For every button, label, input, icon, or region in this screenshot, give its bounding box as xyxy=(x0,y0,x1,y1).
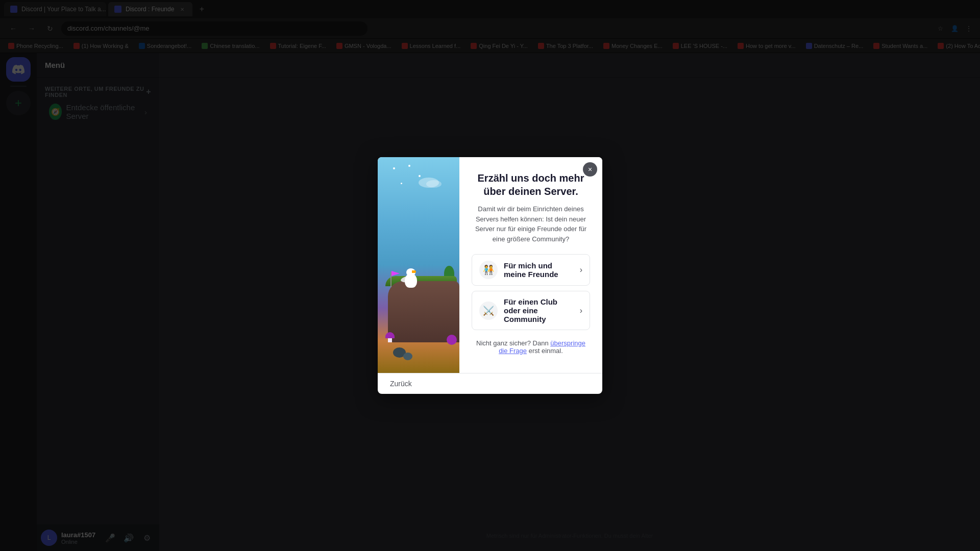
skip-prefix: Nicht ganz sicher? Dann xyxy=(476,339,550,347)
modal-content: Erzähl uns doch mehr über deinen Server.… xyxy=(459,157,602,373)
modal-footer: Zurück xyxy=(378,373,602,394)
modal-body: Erzähl uns doch mehr über deinen Server.… xyxy=(378,157,602,373)
community-option-label: Für einen Club oder eine Community xyxy=(504,297,574,323)
flag-pole xyxy=(390,272,391,287)
skip-suffix: erst einmal. xyxy=(527,347,563,355)
character-bird xyxy=(401,268,421,294)
option-friends-button[interactable]: 🧑‍🤝‍🧑 Für mich und meine Freunde › xyxy=(472,254,590,286)
friends-option-icon: 🧑‍🤝‍🧑 xyxy=(479,261,498,279)
modal-illustration xyxy=(378,157,459,373)
option-community-button[interactable]: ⚔️ Für einen Club oder eine Community › xyxy=(472,291,590,330)
modal-subtitle: Damit wir dir beim Einrichten deines Ser… xyxy=(472,204,590,244)
back-button[interactable]: Zurück xyxy=(390,380,412,388)
community-chevron-icon: › xyxy=(580,306,582,315)
flag xyxy=(391,271,400,276)
modal-title: Erzähl uns doch mehr über deinen Server. xyxy=(472,171,590,198)
server-setup-modal: × xyxy=(378,157,602,394)
friends-chevron-icon: › xyxy=(580,265,582,274)
modal-close-button[interactable]: × xyxy=(583,162,597,177)
modal-overlay: × xyxy=(0,0,980,551)
community-option-icon: ⚔️ xyxy=(479,302,498,320)
mushroom-decoration xyxy=(385,332,395,342)
friends-option-label: Für mich und meine Freunde xyxy=(504,261,574,279)
cliff-decoration xyxy=(388,281,459,342)
skip-question-text: Nicht ganz sicher? Dann überspringe die … xyxy=(472,339,590,355)
